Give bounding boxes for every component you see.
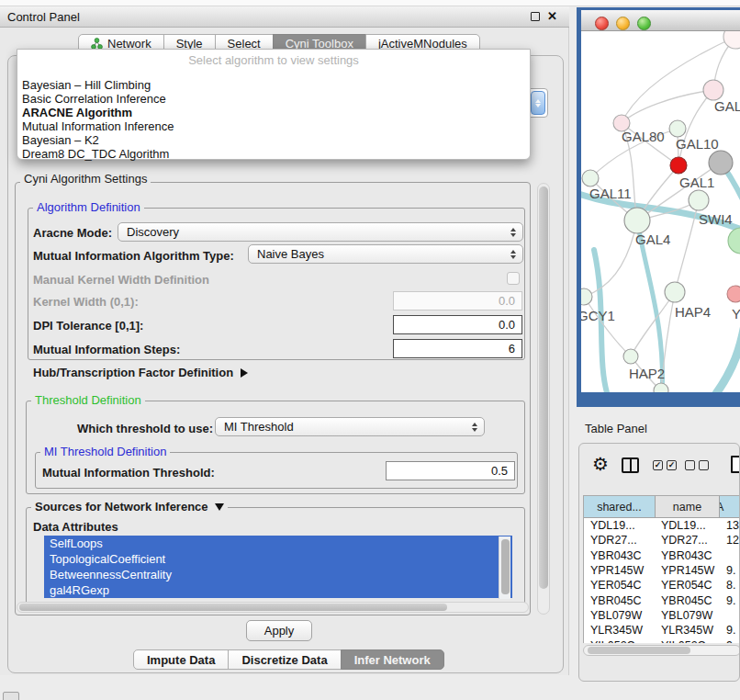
table-row[interactable]: YLR345WYLR345W9. bbox=[584, 623, 740, 638]
app-root: Control Panel ✕ Network Style Select Cyn… bbox=[0, 0, 740, 700]
document-icon[interactable] bbox=[731, 456, 740, 473]
scrollbar-thumb[interactable] bbox=[539, 186, 548, 589]
attribute-item-selected[interactable]: TopologicalCoefficient bbox=[44, 551, 512, 567]
network-node[interactable] bbox=[728, 228, 740, 254]
algorithm-dropdown-list: Select algorithm to view settings Bayesi… bbox=[17, 49, 531, 160]
split-columns-icon[interactable] bbox=[622, 457, 639, 473]
attribute-item-selected[interactable]: BetweennessCentrality bbox=[44, 567, 512, 582]
table-row[interactable]: YDR27...YDR27...12 bbox=[584, 533, 740, 548]
network-node[interactable] bbox=[723, 31, 740, 49]
gear-icon[interactable]: ⚙ bbox=[592, 453, 609, 475]
combo-arrows-icon[interactable] bbox=[531, 91, 545, 115]
mi-threshold-label: Mutual Information Threshold: bbox=[42, 466, 215, 480]
which-threshold-combobox[interactable]: MI Threshold bbox=[215, 417, 485, 436]
table-horizontal-scrollbar[interactable] bbox=[583, 645, 740, 656]
dropdown-item[interactable]: Bayesian – K2 bbox=[22, 133, 525, 147]
node-label: GAL11 bbox=[589, 186, 632, 201]
table-row[interactable]: YIL052CYIL052C9 bbox=[584, 638, 740, 643]
attribute-item-selected[interactable]: SelfLoops bbox=[44, 536, 512, 551]
manual-kernel-checkbox[interactable] bbox=[507, 272, 520, 285]
kernel-width-field[interactable]: 0.0 bbox=[393, 291, 522, 310]
dropdown-item[interactable]: Bayesian – Hill Climbing bbox=[22, 78, 525, 92]
scrollbar-thumb[interactable] bbox=[501, 539, 510, 594]
network-node[interactable] bbox=[624, 208, 650, 233]
network-node[interactable] bbox=[582, 170, 599, 186]
tab-infer-network[interactable]: Infer Network bbox=[341, 649, 444, 670]
table-row[interactable]: YER054CYER054C8. bbox=[584, 578, 740, 593]
column-header-shared-name[interactable]: shared... bbox=[584, 496, 656, 517]
checked-checkbox-icon[interactable] bbox=[667, 460, 677, 470]
dpi-tolerance-label: DPI Tolerance [0,1]: bbox=[33, 319, 143, 333]
network-window-titlebar[interactable] bbox=[581, 10, 740, 31]
mi-steps-label: Mutual Information Steps: bbox=[33, 343, 180, 356]
hub-definition-expander[interactable]: Hub/Transcription Factor Definition bbox=[33, 366, 248, 379]
network-node[interactable] bbox=[654, 383, 668, 392]
tab-discretize-data[interactable]: Discretize Data bbox=[228, 649, 341, 670]
data-attributes-list: SelfLoops TopologicalCoefficient Between… bbox=[44, 536, 512, 600]
dropdown-item[interactable]: Mutual Information Inference bbox=[22, 119, 525, 133]
node-label: GAL1 bbox=[679, 175, 714, 190]
table-row[interactable]: YBR045CYBR045C9. bbox=[584, 593, 740, 607]
network-node[interactable] bbox=[665, 282, 685, 302]
column-header-clipped[interactable]: A bbox=[720, 496, 740, 517]
aracne-mode-combobox[interactable]: Discovery bbox=[118, 222, 523, 242]
network-node[interactable] bbox=[689, 190, 709, 210]
network-node[interactable] bbox=[669, 120, 686, 137]
threshold-definition-title: Threshold Definition bbox=[31, 393, 145, 407]
table-header: shared... name A bbox=[584, 496, 740, 518]
dpi-tolerance-field[interactable]: 0.0 bbox=[393, 315, 522, 334]
scrollbar-thumb[interactable] bbox=[588, 647, 690, 654]
dropdown-item[interactable]: Dream8 DC_TDC Algorithm bbox=[22, 147, 525, 161]
attribute-item-selected[interactable]: gal4RGexp bbox=[44, 582, 512, 598]
manual-kernel-label: Manual Kernel Width Definition bbox=[33, 273, 209, 287]
close-panel-icon[interactable]: ✕ bbox=[547, 9, 557, 24]
control-panel-titlebar: Control Panel ✕ bbox=[0, 6, 569, 28]
dropdown-item-selected[interactable]: ARACNE Algorithm bbox=[22, 106, 525, 119]
combo-value: Naive Bayes bbox=[257, 247, 324, 261]
settings-horizontal-scrollbar[interactable] bbox=[17, 602, 529, 613]
minimize-button[interactable] bbox=[616, 17, 630, 30]
table-row[interactable]: YBL079WYBL079W bbox=[584, 608, 740, 623]
apply-button[interactable]: Apply bbox=[246, 620, 312, 641]
checked-checkbox-icon[interactable] bbox=[653, 460, 663, 470]
table-row[interactable]: YDL19...YDL19...13 bbox=[584, 518, 740, 533]
mi-type-combobox[interactable]: Naive Bayes bbox=[248, 244, 523, 264]
network-node[interactable] bbox=[727, 286, 740, 302]
top-strip bbox=[0, 0, 740, 6]
network-node[interactable] bbox=[581, 288, 592, 305]
attributes-list-scrollbar[interactable] bbox=[499, 536, 510, 599]
network-node-gray[interactable] bbox=[709, 151, 733, 175]
combo-value: MI Threshold bbox=[224, 420, 294, 434]
network-canvas[interactable]: GAL GAL80 GAL10 GAL1 GAL11 SWI4 GAL4 GCY… bbox=[581, 31, 740, 392]
node-label: GAL bbox=[714, 98, 740, 114]
network-node[interactable] bbox=[623, 349, 638, 364]
table-row[interactable]: YBR043CYBR043C bbox=[584, 548, 740, 563]
sources-expander[interactable]: Sources for Network Inference bbox=[31, 500, 228, 514]
algorithm-definition-title: Algorithm Definition bbox=[33, 200, 144, 214]
float-panel-icon[interactable] bbox=[531, 12, 540, 21]
mi-threshold-field[interactable]: 0.5 bbox=[386, 461, 515, 480]
node-label: HAP2 bbox=[629, 366, 665, 381]
zoom-button[interactable] bbox=[637, 17, 651, 30]
network-node[interactable] bbox=[703, 80, 723, 100]
table-row[interactable]: YPR145WYPR145W9. bbox=[584, 563, 740, 578]
node-label: SWI4 bbox=[699, 211, 733, 227]
unchecked-checkbox-icon[interactable] bbox=[685, 460, 695, 470]
network-graph[interactable]: GAL GAL80 GAL10 GAL1 GAL11 SWI4 GAL4 GCY… bbox=[581, 31, 740, 392]
mi-steps-field[interactable]: 6 bbox=[393, 339, 522, 358]
dropdown-item[interactable]: Basic Correlation Inference bbox=[22, 92, 525, 106]
node-label: GAL80 bbox=[622, 129, 665, 144]
settings-vertical-scrollbar[interactable] bbox=[537, 183, 550, 615]
unchecked-checkbox-icon[interactable] bbox=[699, 460, 709, 470]
combo-arrows-icon bbox=[510, 228, 516, 237]
scrollbar-thumb[interactable] bbox=[19, 604, 447, 611]
sources-title: Sources for Network Inference bbox=[35, 500, 208, 514]
aracne-mode-label: Aracne Mode: bbox=[33, 226, 112, 240]
table-body: YDL19...YDL19...13 YDR27...YDR27...12 YB… bbox=[584, 518, 740, 643]
table-toolbar: ⚙ bbox=[579, 462, 740, 490]
network-node-red[interactable] bbox=[670, 157, 687, 174]
bottom-left-widget[interactable] bbox=[3, 692, 19, 700]
close-button[interactable] bbox=[595, 17, 609, 30]
tab-impute-data[interactable]: Impute Data bbox=[133, 649, 229, 670]
column-header-name[interactable]: name bbox=[656, 496, 720, 517]
